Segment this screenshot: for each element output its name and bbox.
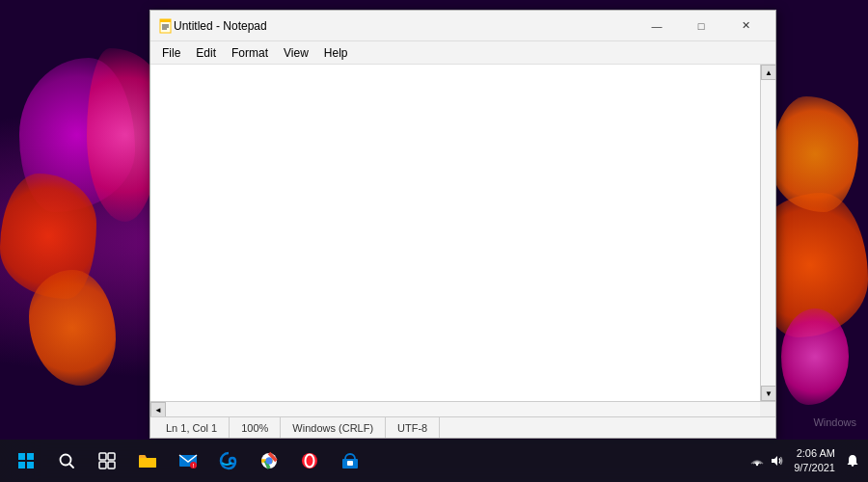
volume-icon[interactable] [769,453,784,469]
horizontal-scrollbar[interactable]: ◄ [150,401,775,416]
scroll-up-button[interactable]: ▲ [761,65,775,80]
task-view-icon [98,452,116,469]
system-clock[interactable]: 2:06 AM 9/7/2021 [788,446,841,476]
edge-button[interactable] [210,442,247,479]
menu-view[interactable]: View [276,44,316,62]
cursor-position: Ln 1, Col 1 [150,417,230,438]
bg-blob-7 [781,308,849,405]
mail-icon: ! [178,452,198,469]
notepad-window: Untitled - Notepad — □ ✕ File Edit Forma… [149,10,776,439]
menu-edit[interactable]: Edit [188,44,224,62]
scroll-corner [760,402,775,417]
svg-rect-7 [99,453,106,460]
clock-date: 9/7/2021 [794,461,835,475]
network-status-icon [750,454,764,468]
taskbar-left: ! [8,442,749,479]
network-icon[interactable] [749,453,765,469]
text-editor[interactable] [150,65,775,401]
windows-logo-icon [18,453,34,469]
svg-point-21 [756,464,758,466]
svg-line-6 [69,464,73,468]
store-button[interactable] [332,442,368,479]
search-icon [58,452,75,469]
edge-icon [219,451,238,470]
scroll-left-button[interactable]: ◄ [150,402,166,417]
start-button[interactable] [8,442,44,479]
menu-bar: File Edit Format View Help [150,41,775,65]
h-scroll-track[interactable] [166,402,760,416]
chrome-button[interactable] [251,442,287,479]
notification-bell-icon [846,454,859,468]
notepad-app-icon [158,18,174,34]
svg-point-16 [266,458,273,465]
taskbar: ! [0,440,868,482]
scroll-track[interactable] [761,80,775,386]
status-bar: Ln 1, Col 1 100% Windows (CRLF) UTF-8 [150,416,775,438]
clock-time: 2:06 AM [794,446,835,461]
store-icon [340,451,360,470]
system-tray: 2:06 AM 9/7/2021 [749,446,860,476]
svg-rect-10 [108,462,115,469]
zoom-level: 100% [230,417,281,438]
volume-status-icon [770,454,783,468]
minimize-button[interactable]: — [635,11,679,41]
bg-blob-3 [29,270,116,386]
menu-file[interactable]: File [154,44,188,62]
scroll-down-button[interactable]: ▼ [761,386,775,401]
close-button[interactable]: ✕ [723,11,768,41]
bg-blob-6 [772,96,858,212]
task-view-button[interactable] [89,442,125,479]
menu-help[interactable]: Help [316,44,356,62]
notification-icon[interactable] [845,453,860,469]
mail-button[interactable]: ! [170,442,206,479]
vertical-scrollbar[interactable]: ▲ ▼ [760,65,775,401]
svg-rect-8 [108,453,115,460]
menu-format[interactable]: Format [224,44,276,62]
opera-button[interactable] [291,442,328,479]
svg-rect-20 [347,461,353,466]
search-button[interactable] [48,442,85,479]
text-area-container: ▲ ▼ [150,65,775,401]
file-explorer-icon [138,452,157,469]
file-explorer-button[interactable] [129,442,166,479]
svg-rect-1 [160,19,171,22]
encoding: UTF-8 [386,417,440,438]
chrome-icon [259,451,279,470]
title-bar: Untitled - Notepad — □ ✕ [150,11,775,41]
window-title: Untitled - Notepad [174,19,635,33]
maximize-button[interactable]: □ [679,11,723,41]
opera-icon [300,451,319,470]
svg-rect-9 [99,462,106,469]
window-controls: — □ ✕ [635,11,768,41]
line-ending: Windows (CRLF) [281,417,386,438]
